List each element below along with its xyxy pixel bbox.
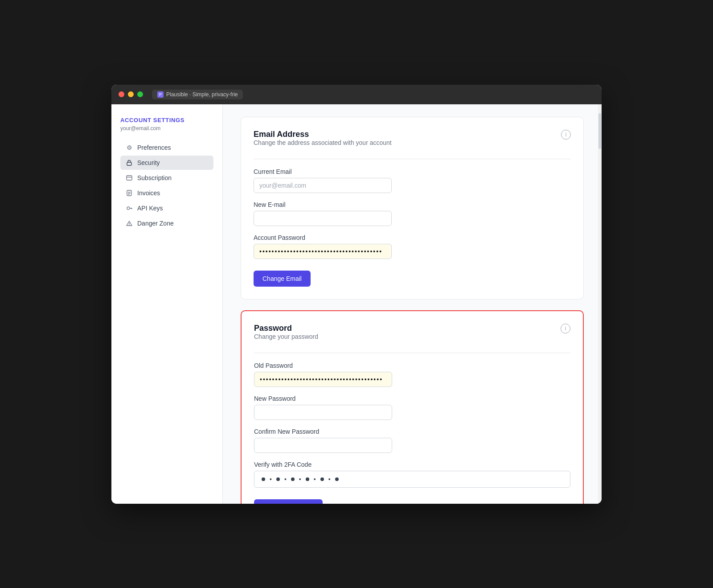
api-keys-icon [126,205,133,212]
main-window: P Plausible · Simple, privacy-frien ACCO… [111,85,602,504]
twofa-separator-3: • [299,476,301,483]
confirm-password-input[interactable] [254,438,392,453]
svg-point-7 [127,207,130,210]
main-content: Email Address Change the address associa… [223,104,602,504]
old-password-input[interactable] [254,372,392,387]
preferences-icon: ⚙ [126,144,133,151]
subscription-icon [126,174,133,181]
plausible-favicon: P [157,91,164,98]
account-email: your@email.com [120,125,213,132]
tab-title: Plausible · Simple, privacy-frien [166,91,238,98]
twofa-separator-5: • [328,476,331,483]
new-email-label: New E-mail [254,201,571,208]
old-password-group: Old Password [254,362,570,387]
old-password-label: Old Password [254,362,570,369]
new-password-input[interactable] [254,405,392,420]
twofa-dot-3 [291,477,295,481]
confirm-password-label: Confirm New Password [254,428,570,435]
scrollbar-thumb[interactable] [598,113,601,149]
twofa-dot-6 [335,477,339,481]
subscription-label: Subscription [137,174,172,181]
minimize-button[interactable] [128,91,134,97]
email-card-subtitle: Change the address associated with your … [254,139,392,146]
preferences-label: Preferences [137,144,171,151]
confirm-password-group: Confirm New Password [254,428,570,453]
scrollbar-track [598,104,602,504]
password-card: Password Change your password i Old Pass… [241,310,584,504]
twofa-label: Verify with 2FA Code [254,461,570,468]
new-password-label: New Password [254,395,570,402]
twofa-separator-4: • [314,476,316,483]
password-card-title: Password [254,324,318,333]
twofa-separator-1: • [270,476,272,483]
current-email-group: Current Email [254,168,571,193]
sidebar-item-invoices[interactable]: Invoices [120,186,213,200]
password-card-subtitle: Change your password [254,333,318,340]
account-password-label: Account Password [254,234,571,241]
email-card-divider [254,159,571,159]
twofa-separator-2: • [284,476,287,483]
sidebar: ACCOUNT SETTINGS your@email.com ⚙ Prefer… [111,104,223,504]
titlebar: P Plausible · Simple, privacy-frien [111,85,602,104]
twofa-dot-5 [320,477,324,481]
sidebar-item-subscription[interactable]: Subscription [120,171,213,185]
twofa-dot-1 [262,477,265,481]
twofa-group: Verify with 2FA Code • • • • • [254,461,570,488]
browser-tab[interactable]: P Plausible · Simple, privacy-frien [152,90,243,99]
sidebar-item-preferences[interactable]: ⚙ Preferences [120,140,213,155]
current-email-label: Current Email [254,168,571,175]
new-email-group: New E-mail [254,201,571,226]
svg-rect-1 [127,176,132,180]
new-password-group: New Password [254,395,570,420]
sidebar-item-danger-zone[interactable]: Danger Zone [120,216,213,230]
change-email-button[interactable]: Change Email [254,271,311,287]
svg-rect-0 [127,162,131,165]
invoices-icon [126,189,133,197]
email-card-title-group: Email Address Change the address associa… [254,130,392,155]
content-area: ACCOUNT SETTINGS your@email.com ⚙ Prefer… [111,104,602,504]
twofa-dot-4 [306,477,309,481]
password-card-title-group: Password Change your password [254,324,318,349]
password-card-header: Password Change your password i [254,324,570,349]
account-password-input[interactable] [254,244,392,259]
email-card-header: Email Address Change the address associa… [254,130,571,155]
change-password-button[interactable]: Change Password [254,499,323,504]
email-info-icon[interactable]: i [561,130,571,140]
email-address-card: Email Address Change the address associa… [241,117,584,300]
danger-zone-label: Danger Zone [137,220,174,227]
twofa-dot-2 [276,477,280,481]
password-info-icon[interactable]: i [561,324,570,333]
current-email-input[interactable] [254,178,392,193]
account-password-group: Account Password [254,234,571,259]
account-settings-heading: ACCOUNT SETTINGS [120,117,213,123]
danger-zone-icon [126,220,133,227]
security-label: Security [137,159,160,166]
email-card-title: Email Address [254,130,392,139]
close-button[interactable] [119,91,124,97]
new-email-input[interactable] [254,211,392,226]
sidebar-item-security[interactable]: Security [120,156,213,170]
twofa-input[interactable]: • • • • • [254,471,570,488]
security-icon [126,159,133,166]
sidebar-item-api-keys[interactable]: API Keys [120,201,213,215]
fullscreen-button[interactable] [137,91,143,97]
svg-point-12 [129,224,129,225]
api-keys-label: API Keys [137,205,163,212]
password-card-divider [254,353,570,353]
invoices-label: Invoices [137,189,160,197]
